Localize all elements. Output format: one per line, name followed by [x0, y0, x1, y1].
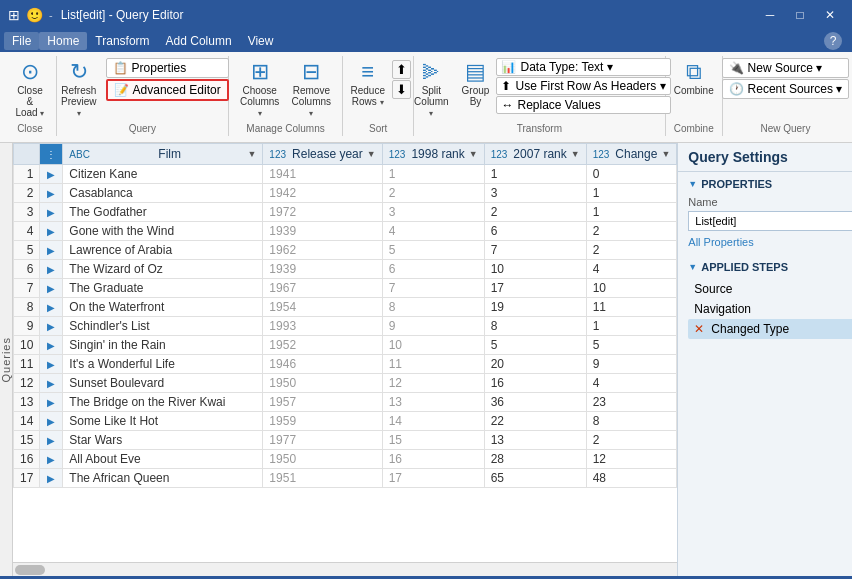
- rank1998-cell: 14: [382, 412, 484, 431]
- properties-button[interactable]: 📋 Properties: [106, 58, 229, 78]
- table-row[interactable]: 6 ▶ The Wizard of Oz 1939 6 10 4: [14, 260, 677, 279]
- name-input[interactable]: [688, 211, 852, 231]
- menu-home[interactable]: Home: [39, 32, 87, 50]
- minimize-button[interactable]: ─: [756, 3, 784, 27]
- release-year-filter-arrow[interactable]: ▼: [367, 149, 376, 159]
- release-year-cell: 1950: [263, 374, 382, 393]
- group-by-button[interactable]: ▤ GroupBy: [457, 58, 493, 110]
- sort-items: ≡ ReduceRows ▾ ⬆ ⬇: [345, 58, 410, 121]
- rank2007-col-header[interactable]: 123 2007 rank ▼: [484, 144, 586, 165]
- step-changed-type[interactable]: ✕ Changed Type: [688, 319, 852, 339]
- keep-rows-button[interactable]: ≡ ReduceRows ▾: [345, 58, 389, 110]
- step-changed-type-x[interactable]: ✕: [694, 322, 704, 336]
- change-cell: 23: [586, 393, 677, 412]
- replace-values-button[interactable]: ↔ Replace Values: [496, 96, 670, 114]
- table-row[interactable]: 8 ▶ On the Waterfront 1954 8 19 11: [14, 298, 677, 317]
- row-icon-cell: ▶: [40, 412, 63, 431]
- rank1998-col-header[interactable]: 123 1998 rank ▼: [382, 144, 484, 165]
- table-row[interactable]: 17 ▶ The African Queen 1951 17 65 48: [14, 469, 677, 488]
- name-label: Name: [688, 196, 852, 208]
- group-by-label: GroupBy: [462, 85, 490, 107]
- change-cell: 48: [586, 469, 677, 488]
- change-cell: 4: [586, 374, 677, 393]
- rank1998-col-type: 123: [389, 149, 406, 160]
- table-row[interactable]: 7 ▶ The Graduate 1967 7 17 10: [14, 279, 677, 298]
- change-cell: 2: [586, 241, 677, 260]
- rank2007-cell: 28: [484, 450, 586, 469]
- maximize-button[interactable]: □: [786, 3, 814, 27]
- new-query-group-label: New Query: [760, 123, 810, 134]
- menu-file[interactable]: File: [4, 32, 39, 50]
- choose-columns-button[interactable]: ⊞ ChooseColumns ▾: [235, 58, 285, 121]
- film-col-header[interactable]: ABC Film ▼: [63, 144, 263, 165]
- rank2007-cell: 2: [484, 203, 586, 222]
- table-scroll[interactable]: ⋮ ABC Film ▼ 123: [13, 143, 677, 562]
- rank1998-cell: 12: [382, 374, 484, 393]
- new-source-button[interactable]: 🔌 New Source ▾: [722, 58, 850, 78]
- close-load-icon: ⊙: [21, 61, 39, 83]
- close-load-button[interactable]: ⊙ Close &Load ▾: [10, 58, 50, 121]
- release-year-cell: 1951: [263, 469, 382, 488]
- recent-sources-button[interactable]: 🕐 Recent Sources ▾: [722, 79, 850, 99]
- table-row[interactable]: 10 ▶ Singin' in the Rain 1952 10 5 5: [14, 336, 677, 355]
- row-icon-cell: ▶: [40, 355, 63, 374]
- row-icon-cell: ▶: [40, 184, 63, 203]
- help-button[interactable]: ?: [824, 32, 842, 50]
- ribbon-group-combine: ⧉ Combine Combine: [666, 56, 723, 136]
- step-navigation[interactable]: Navigation ⚙: [688, 299, 852, 319]
- film-filter-arrow[interactable]: ▼: [247, 149, 256, 159]
- menu-transform[interactable]: Transform: [87, 32, 157, 50]
- data-type-button[interactable]: 📊 Data Type: Text ▾: [496, 58, 670, 76]
- rank1998-filter-arrow[interactable]: ▼: [469, 149, 478, 159]
- release-year-cell: 1972: [263, 203, 382, 222]
- combine-icon: ⧉: [686, 61, 702, 83]
- change-cell: 2: [586, 222, 677, 241]
- close-group-label: Close: [17, 123, 43, 134]
- col-menu-icon[interactable]: ⋮: [46, 149, 56, 160]
- use-first-row-button[interactable]: ⬆ Use First Row As Headers ▾: [496, 77, 670, 95]
- table-row[interactable]: 9 ▶ Schindler's List 1993 9 8 1: [14, 317, 677, 336]
- change-cell: 8: [586, 412, 677, 431]
- new-source-icon: 🔌: [729, 61, 744, 75]
- film-cell: Citizen Kane: [63, 165, 263, 184]
- all-properties-link[interactable]: All Properties: [688, 236, 753, 248]
- table-row[interactable]: 5 ▶ Lawrence of Arabia 1962 5 7 2: [14, 241, 677, 260]
- horizontal-scrollbar[interactable]: [13, 562, 677, 576]
- table-row[interactable]: 14 ▶ Some Like It Hot 1959 14 22 8: [14, 412, 677, 431]
- advanced-editor-button[interactable]: 📝 Advanced Editor: [106, 79, 229, 101]
- table-row[interactable]: 16 ▶ All About Eve 1950 16 28 12: [14, 450, 677, 469]
- combine-button[interactable]: ⧉ Combine: [669, 58, 719, 99]
- table-row[interactable]: 13 ▶ The Bridge on the River Kwai 1957 1…: [14, 393, 677, 412]
- row-icon-cell: ▶: [40, 165, 63, 184]
- menu-add-column[interactable]: Add Column: [158, 32, 240, 50]
- row-icon-cell: ▶: [40, 336, 63, 355]
- rank2007-filter-arrow[interactable]: ▼: [571, 149, 580, 159]
- release-year-cell: 1977: [263, 431, 382, 450]
- split-column-button[interactable]: ⫸ SplitColumn ▾: [408, 58, 454, 121]
- table-row[interactable]: 15 ▶ Star Wars 1977 15 13 2: [14, 431, 677, 450]
- close-button[interactable]: ✕: [816, 3, 844, 27]
- step-source[interactable]: Source ⚙: [688, 279, 852, 299]
- release-year-cell: 1952: [263, 336, 382, 355]
- table-row[interactable]: 11 ▶ It's a Wonderful Life 1946 11 20 9: [14, 355, 677, 374]
- row-num-cell: 1: [14, 165, 40, 184]
- release-year-col-header[interactable]: 123 Release year ▼: [263, 144, 382, 165]
- table-row[interactable]: 2 ▶ Casablanca 1942 2 3 1: [14, 184, 677, 203]
- remove-columns-button[interactable]: ⊟ RemoveColumns ▾: [287, 58, 337, 121]
- scrollbar-thumb[interactable]: [15, 565, 45, 575]
- change-col-header[interactable]: 123 Change ▼: [586, 144, 677, 165]
- table-row[interactable]: 1 ▶ Citizen Kane 1941 1 1 0: [14, 165, 677, 184]
- table-row[interactable]: 3 ▶ The Godfather 1972 3 2 1: [14, 203, 677, 222]
- menu-bar: File Home Transform Add Column View ?: [0, 30, 852, 52]
- table-row[interactable]: 4 ▶ Gone with the Wind 1939 4 6 2: [14, 222, 677, 241]
- table-header-row: ⋮ ABC Film ▼ 123: [14, 144, 677, 165]
- table-row[interactable]: 12 ▶ Sunset Boulevard 1950 12 16 4: [14, 374, 677, 393]
- menu-view[interactable]: View: [240, 32, 282, 50]
- rank1998-cell: 7: [382, 279, 484, 298]
- refresh-preview-button[interactable]: ↻ RefreshPreview ▾: [56, 58, 102, 121]
- change-filter-arrow[interactable]: ▼: [661, 149, 670, 159]
- query-settings-panel: Query Settings ✕ PROPERTIES Name All Pro…: [677, 143, 852, 576]
- change-col-type: 123: [593, 149, 610, 160]
- release-year-cell: 1993: [263, 317, 382, 336]
- row-num-cell: 6: [14, 260, 40, 279]
